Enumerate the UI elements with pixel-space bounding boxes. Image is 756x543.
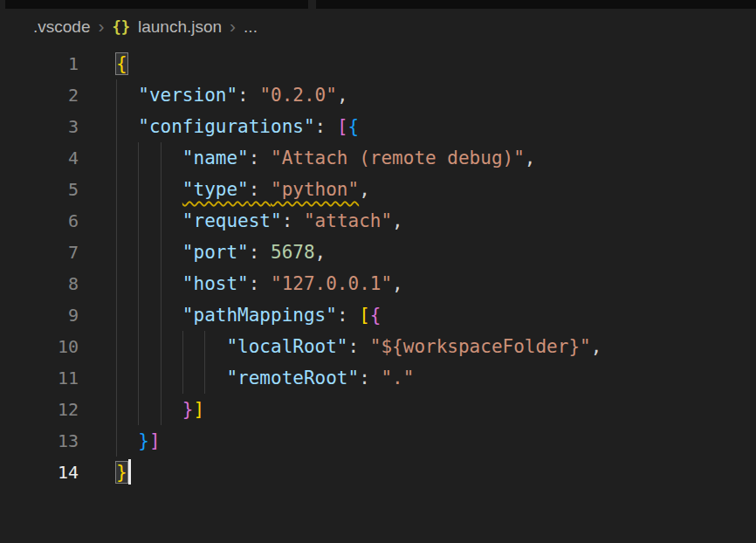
line-number[interactable]: 11 [0,362,79,394]
indent-guide [116,79,117,111]
code-token: { [348,116,360,137]
line-number[interactable]: 13 [0,425,79,457]
breadcrumb-folder[interactable]: .vscode [33,17,90,37]
indent-guide [161,394,162,425]
code-token: , [392,210,403,231]
indent-guide [204,331,205,362]
indent-guide [138,205,139,237]
code-line[interactable]: 11 "remoteRoot": "." [0,362,756,394]
code-token: "name" [182,148,249,168]
chevron-right-icon: › [98,17,104,35]
code-line[interactable]: 7 "port": 5678, [0,237,756,268]
indent-guide [138,142,139,174]
code-line[interactable]: 2 "version": "0.2.0", [0,79,756,111]
code-token: : [249,148,271,168]
line-number[interactable]: 10 [0,331,79,362]
code-token: , [591,336,602,357]
code-token [116,210,182,231]
code-line[interactable]: 10 "localRoot": "${workspaceFolder}", [0,331,756,362]
code-token [116,430,138,451]
line-number[interactable]: 6 [0,205,79,237]
indent-guide [138,237,139,268]
code-token: , [337,85,348,106]
code-token: : [359,368,381,388]
code-token: "pathMappings" [182,305,337,326]
indent-guide [116,331,117,362]
code-token [116,399,182,420]
code-token: "type" [182,179,249,200]
json-file-icon: {} [112,18,129,36]
indent-guide [116,425,117,457]
indent-guide [138,331,139,362]
line-number[interactable]: 9 [0,299,79,331]
code-token: "${workspaceFolder}" [370,336,591,357]
code-line[interactable]: 4 "name": "Attach (remote debug)", [0,142,756,174]
indent-guide [138,362,139,394]
code-token: , [525,148,536,168]
tab-edge-left [5,0,308,9]
code-line[interactable]: 8 "host": "127.0.0.1", [0,268,756,299]
code-token: { [116,53,127,74]
code-token: ] [149,430,161,451]
indent-guide [161,299,162,331]
code-token: "version" [138,85,237,106]
code-line[interactable]: 14} [0,457,756,488]
code-line[interactable]: 12 }] [0,394,756,425]
line-number[interactable]: 7 [0,237,79,268]
code-token: : [249,273,271,294]
indent-guide [161,205,162,237]
code-token: [ [359,305,370,326]
line-number[interactable]: 14 [0,457,79,488]
code-token: : [282,210,304,231]
indent-guide [116,111,117,142]
code-line[interactable]: 3 "configurations": [{ [0,111,756,142]
code-token [116,242,182,263]
breadcrumb-symbol-path[interactable]: ... [244,17,258,37]
indent-guide [204,362,205,394]
code-token [116,85,138,106]
code-line[interactable]: 6 "request": "attach", [0,205,756,237]
code-token [116,116,138,137]
code-token [116,148,182,168]
code-token: } [116,462,127,483]
code-token [116,179,182,200]
code-line[interactable]: 5 "type": "python", [0,174,756,205]
line-number[interactable]: 4 [0,142,79,174]
text-cursor [128,459,131,485]
vscode-editor-window: { "breadcrumb": { "folder": ".vscode", "… [0,0,756,543]
code-token: ] [194,399,205,420]
indent-guide [161,174,162,205]
code-token: "host" [182,273,249,294]
breadcrumb-file[interactable]: launch.json [138,17,222,37]
indent-guide [138,394,139,425]
code-area[interactable]: 1{2 "version": "0.2.0",3 "configurations… [0,48,756,488]
code-token: : [348,336,370,357]
line-number[interactable]: 5 [0,174,79,205]
code-token [116,305,182,326]
line-number[interactable]: 3 [0,111,79,142]
code-token: "port" [182,242,249,263]
indent-guide [116,205,117,237]
code-token: "." [381,368,414,388]
tab-edge-right [316,0,756,9]
code-token [116,273,182,294]
indent-guide [116,394,117,425]
code-token: } [138,430,149,451]
code-token: : [249,242,271,263]
indent-guide [116,268,117,299]
line-number[interactable]: 8 [0,268,79,299]
indent-guide [116,299,117,331]
code-line[interactable]: 13 }] [0,425,756,457]
code-token: , [359,179,370,200]
indent-guide [116,174,117,205]
code-token: 5678 [271,242,315,263]
line-number[interactable]: 2 [0,79,79,111]
code-line[interactable]: 1{ [0,48,756,79]
code-token: "localRoot" [226,336,347,357]
line-number[interactable]: 12 [0,394,79,425]
code-line[interactable]: 9 "pathMappings": [{ [0,299,756,331]
line-number[interactable]: 1 [0,48,79,79]
indent-guide [116,237,117,268]
code-token: "0.2.0" [259,85,337,106]
code-token: "attach" [304,210,392,231]
